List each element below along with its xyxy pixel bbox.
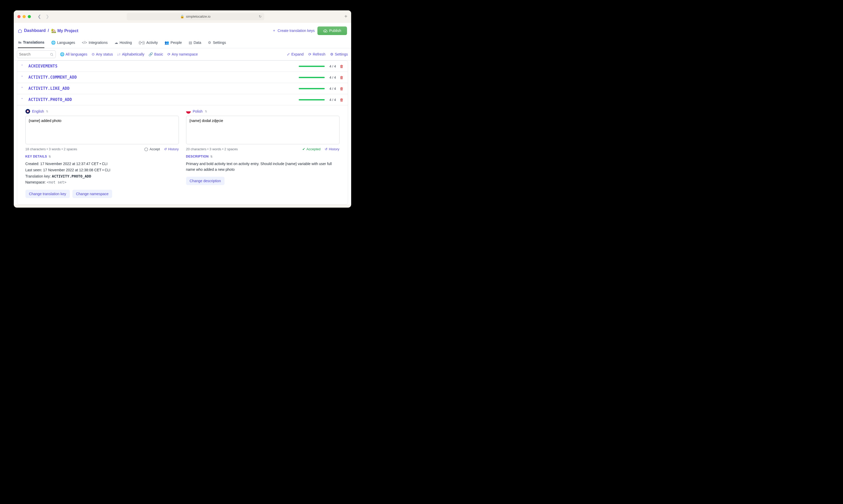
- text-stats: 18 characters • 3 words • 2 spaces: [25, 147, 77, 151]
- sort-icon: ⇅: [49, 155, 51, 158]
- filter-basic[interactable]: 🔗Basic: [148, 52, 163, 56]
- key-detail-namespace: Namespace: <not set>: [25, 179, 179, 185]
- delete-icon[interactable]: 🗑: [340, 75, 344, 80]
- svg-point-0: [50, 53, 52, 56]
- sort-icon[interactable]: ⇅: [46, 110, 48, 113]
- breadcrumb-project[interactable]: 🏡 My Project: [51, 28, 78, 33]
- progress-count: 4 / 4: [328, 75, 336, 79]
- progress-bar: [299, 99, 325, 101]
- key-editor: English ⇅ 18 characters • 3 words • 2 sp…: [17, 105, 348, 204]
- progress-bar: [299, 66, 325, 67]
- text-stats: 20 characters • 3 words • 2 spaces: [186, 147, 238, 151]
- main-tabs: 🗛 Translations 🌐 Languages </> Integrati…: [14, 38, 351, 48]
- key-details-title[interactable]: KEY DETAILS ⇅: [25, 155, 179, 158]
- link-icon: 🔗: [148, 52, 153, 56]
- search-input[interactable]: [19, 52, 50, 56]
- key-row: ˄ ACTIVITY.COMMENT_ADD 4 / 4 🗑: [17, 72, 348, 83]
- delete-icon[interactable]: 🗑: [340, 86, 344, 91]
- reload-icon[interactable]: ↻: [259, 15, 262, 18]
- key-detail-lastseen: Last seen: 17 November 2022 at 12:38:08 …: [25, 167, 179, 173]
- window-controls: [17, 15, 31, 18]
- search-icon: [50, 52, 53, 56]
- history-icon: ↺: [325, 147, 327, 151]
- filter-all-languages[interactable]: 🌐All languages: [60, 52, 88, 56]
- description-title[interactable]: DESCRIPTION ⇅: [186, 155, 340, 158]
- key-detail-translation-key: Translation key: ACTIVITY.PHOTO_ADD: [25, 173, 179, 180]
- flag-uk-icon: [25, 109, 30, 114]
- gear-icon: ⚙: [330, 52, 334, 56]
- breadcrumb-dashboard[interactable]: Dashboard: [24, 28, 46, 33]
- close-window-button[interactable]: [17, 15, 20, 18]
- breadcrumb: Dashboard / 🏡 My Project: [18, 28, 78, 33]
- circle-icon: ◯: [144, 147, 148, 151]
- translation-textarea-polish[interactable]: [186, 116, 340, 144]
- change-namespace-button[interactable]: Change namespace: [72, 190, 112, 198]
- chevron-up-icon[interactable]: ˄: [21, 87, 25, 90]
- filter-alphabetically[interactable]: ↓↑Alphabetically: [117, 52, 144, 56]
- people-icon: 👥: [164, 40, 169, 44]
- language-label[interactable]: English: [32, 109, 44, 113]
- new-tab-button[interactable]: +: [344, 14, 347, 19]
- delete-icon[interactable]: 🗑: [340, 97, 344, 102]
- translation-column-english: English ⇅ 18 characters • 3 words • 2 sp…: [25, 109, 179, 198]
- key-name[interactable]: ACTIVITY.LIKE_ADD: [29, 86, 70, 91]
- maximize-window-button[interactable]: [28, 15, 31, 18]
- refresh-icon: ⟳: [308, 52, 311, 56]
- key-name[interactable]: ACHIEVEMENTS: [29, 64, 58, 69]
- translation-textarea-english[interactable]: [25, 116, 179, 144]
- key-row: ˄ ACHIEVEMENTS 4 / 4 🗑: [17, 61, 348, 72]
- expand-icon: ⤢: [287, 52, 290, 56]
- chevron-up-icon[interactable]: ˄: [21, 65, 25, 68]
- globe-icon: 🌐: [51, 40, 56, 44]
- settings-button[interactable]: ⚙Settings: [330, 52, 348, 56]
- url-text: simplelocalize.io: [186, 15, 211, 18]
- language-label[interactable]: Polish: [193, 109, 203, 113]
- tab-hosting[interactable]: ☁ Hosting: [114, 38, 132, 48]
- data-icon: ▤: [189, 40, 192, 44]
- sort-icon: ↓↑: [117, 52, 121, 56]
- refresh-button[interactable]: ⟳Refresh: [308, 52, 325, 56]
- url-bar[interactable]: 🔒 simplelocalize.io ↻: [127, 13, 264, 20]
- key-name[interactable]: ACTIVITY.COMMENT_ADD: [29, 75, 77, 80]
- progress-count: 4 / 4: [328, 65, 336, 68]
- search-input-wrapper[interactable]: [17, 50, 56, 58]
- chevron-down-icon[interactable]: ˅: [21, 98, 25, 102]
- tab-people[interactable]: 👥 People: [164, 38, 182, 48]
- key-row: ˄ ACTIVITY.LIKE_ADD 4 / 4 🗑: [17, 83, 348, 94]
- home-icon: [18, 28, 22, 33]
- globe-icon: 🌐: [60, 52, 65, 56]
- back-button[interactable]: ❮: [38, 14, 41, 19]
- tab-integrations[interactable]: </> Integrations: [82, 38, 107, 48]
- progress-bar: [299, 77, 325, 78]
- delete-icon[interactable]: 🗑: [340, 64, 344, 69]
- accepted-badge: ✔ Accepted: [302, 147, 321, 151]
- change-description-button[interactable]: Change description: [186, 177, 225, 185]
- tab-settings[interactable]: ⚙ Settings: [208, 38, 226, 48]
- filter-any-namespace[interactable]: ⟳Any namespace: [167, 52, 198, 56]
- sort-icon[interactable]: ⇅: [205, 110, 207, 113]
- tab-translations[interactable]: 🗛 Translations: [18, 38, 44, 48]
- chevron-up-icon[interactable]: ˄: [21, 75, 25, 79]
- change-translation-key-button[interactable]: Change translation key: [25, 190, 70, 198]
- accept-button[interactable]: ◯ Accept: [144, 147, 160, 151]
- history-button[interactable]: ↺ History: [164, 147, 179, 151]
- history-button[interactable]: ↺ History: [325, 147, 339, 151]
- tab-languages[interactable]: 🌐 Languages: [51, 38, 75, 48]
- lock-icon: 🔒: [180, 15, 184, 18]
- forward-button[interactable]: ❯: [46, 14, 49, 19]
- status-icon: ⊙: [92, 52, 95, 56]
- browser-chrome: ❮ ❯ 🔒 simplelocalize.io ↻ +: [14, 11, 351, 23]
- tab-data[interactable]: ▤ Data: [189, 38, 201, 48]
- cloud-upload-icon: [323, 29, 327, 33]
- filter-any-status[interactable]: ⊙Any status: [92, 52, 113, 56]
- key-name[interactable]: ACTIVITY.PHOTO_ADD: [29, 97, 72, 102]
- history-icon: ↺: [164, 147, 167, 151]
- plus-icon: ＋: [272, 28, 276, 33]
- create-translation-keys-button[interactable]: ＋ Create translation keys: [272, 28, 315, 33]
- description-text: Primary and bold activity text on activi…: [186, 161, 340, 173]
- minimize-window-button[interactable]: [22, 15, 26, 18]
- check-circle-icon: ✔: [302, 147, 305, 151]
- publish-button[interactable]: Publish: [318, 26, 347, 35]
- tab-activity[interactable]: ((•)) Activity: [139, 38, 158, 48]
- expand-button[interactable]: ⤢Expand: [287, 52, 303, 56]
